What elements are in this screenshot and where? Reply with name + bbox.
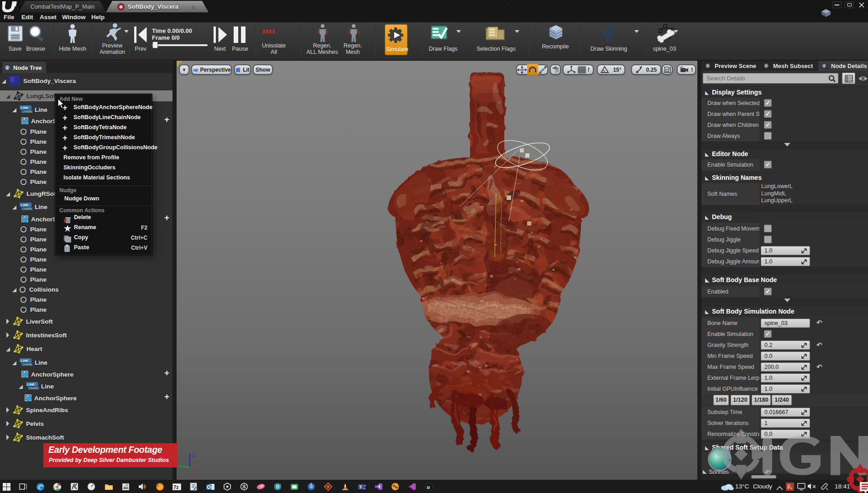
svg-text:LINE: LINE (21, 359, 29, 363)
svg-text:Z: Z (192, 451, 195, 458)
svg-text:i: i (766, 63, 767, 68)
svg-text:LINE: LINE (21, 106, 29, 110)
svg-text:i: i (824, 63, 825, 68)
svg-text:CHAIN: CHAIN (22, 363, 32, 366)
svg-text:u: u (427, 484, 430, 490)
svg-text:T: T (360, 485, 362, 489)
svg-text:LINE: LINE (21, 203, 29, 207)
svg-text:CHAIN: CHAIN (29, 387, 38, 390)
svg-text:i: i (7, 65, 8, 70)
svg-text:i: i (707, 63, 709, 68)
svg-text:CHAIN: CHAIN (22, 207, 32, 210)
svg-text:x: x (192, 466, 195, 472)
svg-text:LINE: LINE (27, 383, 35, 387)
svg-text:7z: 7z (173, 484, 179, 490)
svg-text:D: D (276, 484, 279, 489)
svg-text:CHAIN: CHAIN (22, 110, 32, 113)
